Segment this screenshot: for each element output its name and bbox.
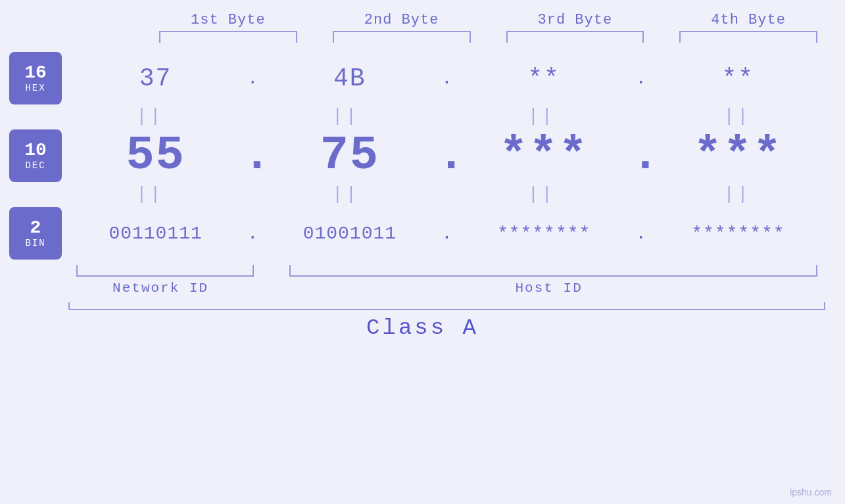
hex-values: 37 . 4B . ** . **	[68, 64, 825, 93]
bin-row: 2 BIN 00110111 . 01001011 . ******** . *…	[0, 207, 845, 260]
equals-row-1: || || || ||	[0, 106, 845, 126]
bracket-top-4	[679, 31, 817, 43]
byte-headers: 1st Byte 2nd Byte 3rd Byte 4th Byte	[0, 0, 845, 28]
hex-badge-num: 16	[24, 63, 47, 83]
bin-badge-label: BIN	[25, 238, 45, 248]
bracket-top-3	[506, 31, 644, 43]
hex-val2: 4B	[262, 64, 437, 93]
bin-val4: ********	[651, 223, 825, 244]
equals-row-2: || || || ||	[0, 184, 845, 204]
bin-val1: 00110111	[68, 223, 243, 244]
byte4-header: 4th Byte	[671, 12, 825, 28]
class-label: Class A	[0, 315, 845, 340]
bin-badge-num: 2	[30, 218, 41, 239]
host-id-bracket	[289, 265, 817, 277]
eq6: ||	[332, 184, 360, 204]
hex-dot3: .	[631, 68, 651, 89]
hex-val3: **	[457, 64, 631, 93]
bin-val2: 01001011	[262, 223, 437, 244]
bin-dot1: .	[243, 223, 262, 244]
dec-val3: ***	[457, 129, 631, 183]
bin-dot3: .	[631, 223, 651, 244]
dec-val1: 55	[68, 129, 243, 183]
dec-badge: 10 DEC	[9, 129, 62, 182]
eq5: ||	[136, 184, 164, 204]
bottom-brackets	[0, 265, 845, 277]
hex-dot2: .	[437, 68, 457, 89]
byte2-header: 2nd Byte	[325, 12, 479, 28]
bin-val3: ********	[457, 223, 631, 244]
dec-val2: 75	[262, 129, 437, 183]
network-id-bracket	[76, 265, 254, 277]
hex-val4: **	[651, 64, 825, 93]
dec-val4: ***	[651, 129, 825, 183]
dec-dot3: .	[631, 129, 651, 183]
dec-badge-num: 10	[24, 141, 47, 161]
bin-dot2: .	[437, 223, 457, 244]
byte1-header: 1st Byte	[151, 12, 305, 28]
watermark: ipshu.com	[790, 487, 832, 497]
dec-dot2: .	[437, 129, 457, 183]
network-id-label: Network ID	[68, 281, 253, 296]
eq4: ||	[723, 106, 751, 126]
dec-dot1: .	[243, 129, 262, 183]
dec-badge-label: DEC	[25, 160, 45, 171]
eq2: ||	[332, 106, 360, 126]
hex-badge-label: HEX	[25, 83, 45, 93]
hex-row: 16 HEX 37 . 4B . ** . **	[0, 52, 845, 104]
main-container: 1st Byte 2nd Byte 3rd Byte 4th Byte 16 H…	[0, 0, 845, 504]
id-labels: Network ID Host ID	[0, 281, 845, 296]
eq1: ||	[136, 106, 164, 126]
host-id-label: Host ID	[272, 281, 825, 296]
hex-dot1: .	[243, 68, 262, 89]
bracket-top-1	[159, 31, 297, 43]
dec-values: 55 . 75 . *** . ***	[68, 129, 825, 183]
eq7: ||	[528, 184, 556, 204]
hex-val1: 37	[68, 64, 243, 93]
byte3-header: 3rd Byte	[498, 12, 652, 28]
overall-bracket	[68, 302, 825, 310]
bin-badge: 2 BIN	[9, 207, 62, 260]
top-brackets	[0, 31, 845, 43]
bin-values: 00110111 . 01001011 . ******** . *******…	[68, 223, 825, 244]
dec-row: 10 DEC 55 . 75 . *** . ***	[0, 129, 845, 183]
hex-badge: 16 HEX	[9, 52, 62, 104]
eq3: ||	[528, 106, 556, 126]
bracket-top-2	[333, 31, 471, 43]
eq8: ||	[723, 184, 751, 204]
